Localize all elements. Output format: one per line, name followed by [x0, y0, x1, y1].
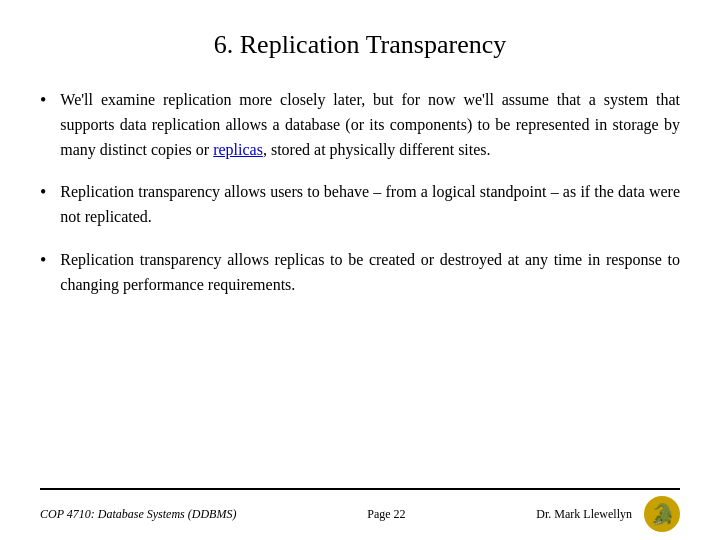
content-area: • We'll examine replication more closely… — [40, 88, 680, 488]
bullet-text-1: We'll examine replication more closely l… — [60, 88, 680, 162]
slide-title: 6. Replication Transparency — [40, 30, 680, 60]
bullet-dot-2: • — [40, 182, 46, 203]
footer: COP 4710: Database Systems (DDBMS) Page … — [40, 488, 680, 540]
footer-right-group: Dr. Mark Llewellyn 🐊 — [536, 496, 680, 532]
bullet-item-2: • Replication transparency allows users … — [40, 180, 680, 230]
bullet-text-2: Replication transparency allows users to… — [60, 180, 680, 230]
bullet-dot-1: • — [40, 90, 46, 111]
bullet-item-1: • We'll examine replication more closely… — [40, 88, 680, 162]
slide: 6. Replication Transparency • We'll exam… — [0, 0, 720, 540]
footer-course: COP 4710: Database Systems (DDBMS) — [40, 507, 236, 522]
bullet-dot-3: • — [40, 250, 46, 271]
bullet-item-3: • Replication transparency allows replic… — [40, 248, 680, 298]
replicas-link[interactable]: replicas — [213, 141, 263, 158]
footer-page: Page 22 — [367, 507, 405, 522]
footer-logo: 🐊 — [644, 496, 680, 532]
bullet-text-3: Replication transparency allows replicas… — [60, 248, 680, 298]
footer-author: Dr. Mark Llewellyn — [536, 507, 632, 522]
